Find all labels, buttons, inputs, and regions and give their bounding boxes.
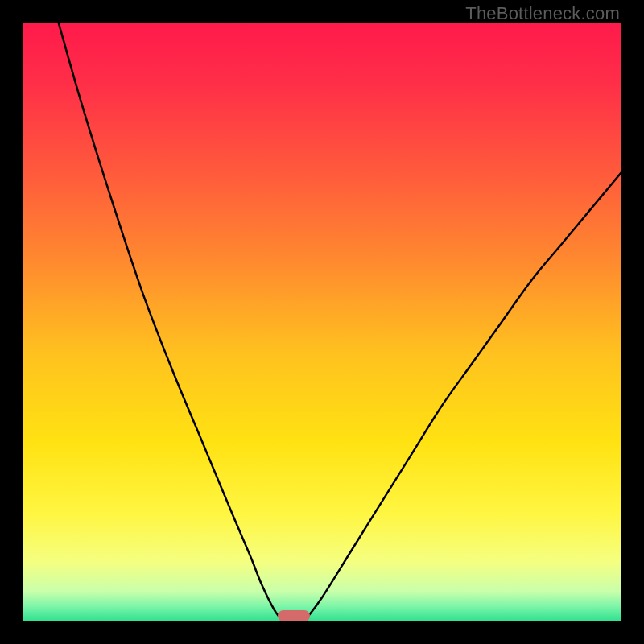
chart-frame (23, 23, 621, 621)
bottleneck-marker (278, 610, 310, 621)
gradient-background (23, 23, 621, 621)
chart-svg (23, 23, 621, 621)
watermark-text: TheBottleneck.com (465, 3, 620, 24)
